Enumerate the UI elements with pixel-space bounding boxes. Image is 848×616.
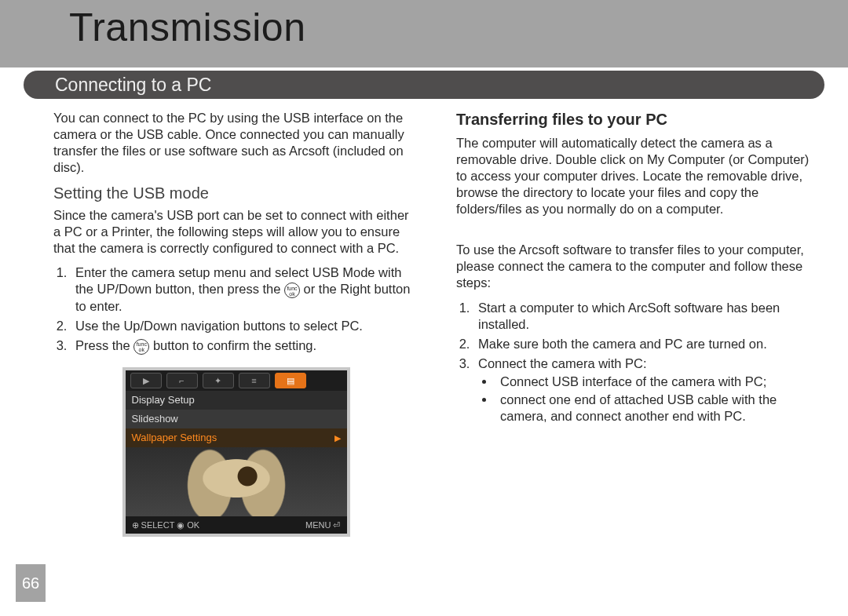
lcd-footer: ⊕ SELECT ◉ OK MENU ⏎	[126, 516, 347, 534]
tab-image-icon: ▤	[275, 373, 306, 388]
step3-label: Connect the camera with PC:	[478, 356, 647, 370]
func-ok-icon: funcok	[284, 282, 300, 298]
lcd-row-wallpaper: Wallpaper Settings ▶	[126, 428, 347, 447]
content-columns: You can connect to the PC by using the U…	[53, 110, 821, 537]
list-item: Start a computer to which ArcSoft softwa…	[473, 300, 821, 333]
left-column: You can connect to the PC by using the U…	[53, 110, 419, 537]
page-number: 66	[16, 564, 46, 602]
step3-text-b: button to confirm the setting.	[153, 338, 316, 352]
list-item: Make sure both the camera and PC are tur…	[473, 336, 821, 352]
chevron-right-icon: ▶	[334, 432, 341, 443]
list-item: Connect USB interface of the camera with…	[495, 374, 821, 390]
list-item: Connect the camera with PC: Connect USB …	[473, 355, 821, 425]
usb-mode-heading: Setting the USB mode	[53, 184, 419, 204]
list-item: Use the Up/Down navigation buttons to se…	[71, 318, 419, 334]
lcd-footer-left: ⊕ SELECT ◉ OK	[132, 519, 200, 530]
step3-text-a: Press the	[75, 338, 133, 352]
lcd-row-slideshow: Slideshow	[126, 410, 347, 428]
lcd-wallpaper-preview	[126, 447, 347, 516]
tab-tool-icon: ✦	[203, 373, 234, 388]
lcd-tab-bar: ▶ ⌐ ✦ ≡ ▤	[126, 370, 347, 391]
lcd-wallpaper-label: Wallpaper Settings	[132, 432, 217, 445]
tab-play-icon: ▶	[130, 373, 162, 388]
list-item: Enter the camera setup menu and select U…	[71, 264, 419, 315]
intro-text: You can connect to the PC by using the U…	[53, 110, 419, 176]
tab-settings-icon: ≡	[239, 373, 270, 388]
tab-key-icon: ⌐	[166, 373, 198, 388]
transfer-p1: The computer will automatically detect t…	[456, 135, 821, 218]
usb-mode-intro: Since the camera's USB port can be set t…	[53, 207, 419, 257]
step3-bullets: Connect USB interface of the camera with…	[478, 374, 821, 425]
func-ok-icon: funcok	[133, 339, 149, 355]
lcd-footer-right: MENU ⏎	[305, 519, 340, 530]
list-item: connect one end of attached USB cable wi…	[495, 392, 821, 425]
transfer-p2: To use the Arcsoft software to transfer …	[456, 242, 821, 291]
lcd-row-display-setup: Display Setup	[126, 391, 347, 410]
camera-lcd-screenshot: ▶ ⌐ ✦ ≡ ▤ Display Setup Slideshow Wallpa…	[122, 367, 350, 537]
section-heading: Connecting to a PC	[24, 71, 824, 99]
list-item: Press the funcok button to confirm the s…	[71, 337, 419, 355]
page-title: Transmission	[69, 5, 305, 50]
transfer-steps-list: Start a computer to which ArcSoft softwa…	[456, 300, 821, 425]
transfer-heading: Transferring files to your PC	[456, 110, 821, 130]
usb-steps-list: Enter the camera setup menu and select U…	[53, 264, 419, 355]
right-column: Transferring files to your PC The comput…	[456, 110, 821, 537]
